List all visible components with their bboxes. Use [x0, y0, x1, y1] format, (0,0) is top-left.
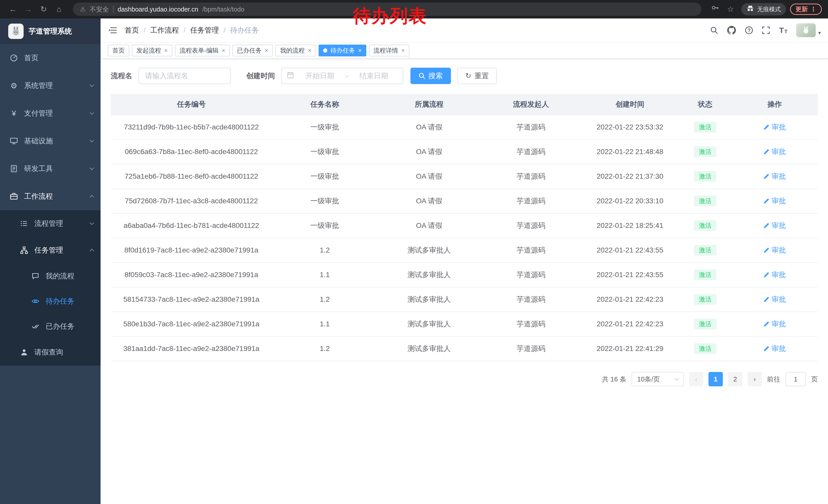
close-icon[interactable]: ×: [308, 47, 312, 54]
chevron-down-icon: [90, 221, 94, 225]
breadcrumb-home[interactable]: 首页: [125, 26, 139, 35]
cell-initiator: 芋道源码: [481, 139, 581, 164]
browser-menu-icon[interactable]: ⋮: [810, 6, 817, 13]
workflow-submenu: 流程管理 任务管理 我的流程: [0, 210, 100, 366]
sidebar-item-label: 请假查询: [34, 348, 63, 357]
back-icon[interactable]: ←: [6, 0, 19, 18]
sidebar-item-todo-tasks[interactable]: 待办任务: [0, 289, 100, 314]
gear-icon: ⚙: [9, 81, 18, 90]
sidebar-item-workflow[interactable]: 工作流程: [0, 183, 100, 210]
url-host: dashboard.yudao.iocoder.cn: [118, 6, 198, 13]
avatar-caret-icon[interactable]: ▾: [818, 30, 821, 36]
tab-process-form-edit[interactable]: 流程表单-编辑 ×: [175, 45, 230, 56]
tab-my-processes[interactable]: 我的流程 ×: [276, 45, 316, 56]
sidebar-item-system[interactable]: ⚙ 系统管理: [0, 72, 100, 99]
bookmark-star-icon[interactable]: ☆: [724, 0, 737, 18]
sidebar-item-infrastructure[interactable]: 基础设施: [0, 127, 100, 155]
cell-initiator: 芋道源码: [481, 287, 581, 312]
calendar-icon: [287, 72, 294, 81]
sidebar-item-label: 我的流程: [46, 271, 74, 281]
page-size-select[interactable]: 10条/页: [631, 372, 684, 386]
cell-actions: 审批: [732, 164, 818, 189]
table-row: 73211d9d-7b9b-11ec-b5b7-acde48001122 一级审…: [111, 115, 818, 139]
create-time-label: 创建时间: [246, 71, 275, 81]
annotation-overlay-text: 待办列表: [353, 4, 427, 28]
approve-link[interactable]: 审批: [763, 122, 786, 132]
tab-todo-tasks[interactable]: 待办任务 ×: [319, 45, 366, 56]
search-icon[interactable]: [706, 18, 722, 42]
table-header-row: 任务编号 任务名称 所属流程 流程发起人 创建时间 状态 操作: [111, 94, 818, 115]
cell-status: 激活: [679, 115, 732, 139]
main-panel: 首页 / 工作流程 / 任务管理 / 待办任务 ?: [100, 18, 828, 504]
home-icon[interactable]: ⌂: [52, 0, 66, 18]
list-icon: [19, 220, 29, 227]
tab-home[interactable]: 首页: [108, 45, 129, 56]
approve-link[interactable]: 审批: [763, 294, 786, 304]
briefcase-icon: [9, 192, 18, 200]
fullscreen-icon[interactable]: [757, 18, 774, 42]
cell-task-name: 1.2: [272, 287, 378, 312]
not-secure-warning-icon: ⚠: [80, 6, 86, 13]
font-size-icon[interactable]: TT: [774, 18, 792, 42]
breadcrumb-current: 待办任务: [230, 26, 259, 35]
page-2-button[interactable]: 2: [728, 372, 742, 386]
search-button[interactable]: 搜索: [410, 68, 451, 84]
cell-status: 激活: [679, 287, 732, 312]
status-badge: 激活: [694, 343, 716, 354]
breadcrumb-task-management[interactable]: 任务管理: [190, 26, 219, 35]
cell-actions: 审批: [732, 139, 818, 164]
page-1-button[interactable]: 1: [708, 372, 723, 386]
status-badge: 激活: [694, 196, 716, 207]
cell-initiator: 芋道源码: [481, 115, 581, 139]
breadcrumb-workflow[interactable]: 工作流程: [150, 26, 179, 35]
approve-link[interactable]: 审批: [763, 319, 786, 329]
approve-link[interactable]: 审批: [763, 245, 786, 255]
breadcrumb: 首页 / 工作流程 / 任务管理 / 待办任务: [125, 26, 259, 35]
approve-link[interactable]: 审批: [763, 270, 786, 280]
hamburger-icon[interactable]: [100, 18, 125, 42]
sidebar-item-process-management[interactable]: 流程管理: [0, 210, 100, 237]
close-icon[interactable]: ×: [222, 47, 225, 54]
approve-link[interactable]: 审批: [763, 344, 786, 354]
goto-page-input[interactable]: [785, 372, 806, 386]
cell-initiator: 芋道源码: [481, 189, 581, 213]
reset-button[interactable]: ↻ 重置: [457, 68, 497, 84]
close-icon[interactable]: ×: [265, 47, 268, 54]
cell-task-name: 一级审批: [272, 139, 378, 164]
screenshot-root: ← → ↻ ⌂ ⚠ 不安全 dashboard.yudao.iocoder.cn…: [0, 0, 828, 504]
key-icon[interactable]: [708, 0, 722, 18]
sidebar-item-payment[interactable]: ¥ 支付管理: [0, 99, 100, 127]
sidebar-item-my-processes[interactable]: 我的流程: [0, 264, 100, 289]
update-button[interactable]: 更新 ⋮: [790, 4, 822, 15]
total-count: 共 16 条: [602, 375, 626, 384]
prev-page-button[interactable]: ‹: [689, 372, 703, 386]
tab-done-tasks[interactable]: 已办任务 ×: [233, 45, 273, 56]
approve-link[interactable]: 审批: [763, 196, 786, 206]
approve-link[interactable]: 审批: [763, 147, 786, 156]
date-range-picker[interactable]: 开始日期 - 结束日期: [281, 68, 403, 84]
sidebar-item-leave-query[interactable]: 请假查询: [0, 339, 100, 366]
tab-process-detail[interactable]: 流程详情 ×: [369, 45, 409, 56]
avatar[interactable]: [796, 23, 816, 37]
sidebar-item-dev-tools[interactable]: 研发工具: [0, 155, 100, 183]
forward-icon[interactable]: →: [22, 0, 35, 18]
reload-icon[interactable]: ↻: [37, 0, 50, 18]
close-icon[interactable]: ×: [358, 47, 362, 54]
process-name-input[interactable]: [138, 68, 231, 84]
next-page-button[interactable]: ›: [747, 372, 762, 386]
navbar-actions: ? TT ▾: [706, 18, 821, 42]
sidebar-item-home[interactable]: 首页: [0, 44, 100, 72]
approve-link[interactable]: 审批: [763, 221, 786, 230]
cell-process: OA 请假: [378, 115, 481, 139]
sidebar-item-done-tasks[interactable]: 已办任务: [0, 314, 100, 339]
cell-status: 激活: [679, 189, 732, 213]
cell-actions: 审批: [732, 189, 818, 213]
help-icon[interactable]: ?: [741, 18, 757, 42]
github-icon[interactable]: [722, 18, 741, 42]
sidebar-item-task-management[interactable]: 任务管理: [0, 237, 100, 264]
close-icon[interactable]: ×: [401, 47, 405, 54]
close-icon[interactable]: ×: [164, 47, 168, 54]
tab-start-process[interactable]: 发起流程 ×: [132, 45, 172, 56]
cell-task-id: 8f059c03-7ac8-11ec-a9e2-a2380e71991a: [111, 263, 272, 287]
approve-link[interactable]: 审批: [763, 172, 786, 181]
